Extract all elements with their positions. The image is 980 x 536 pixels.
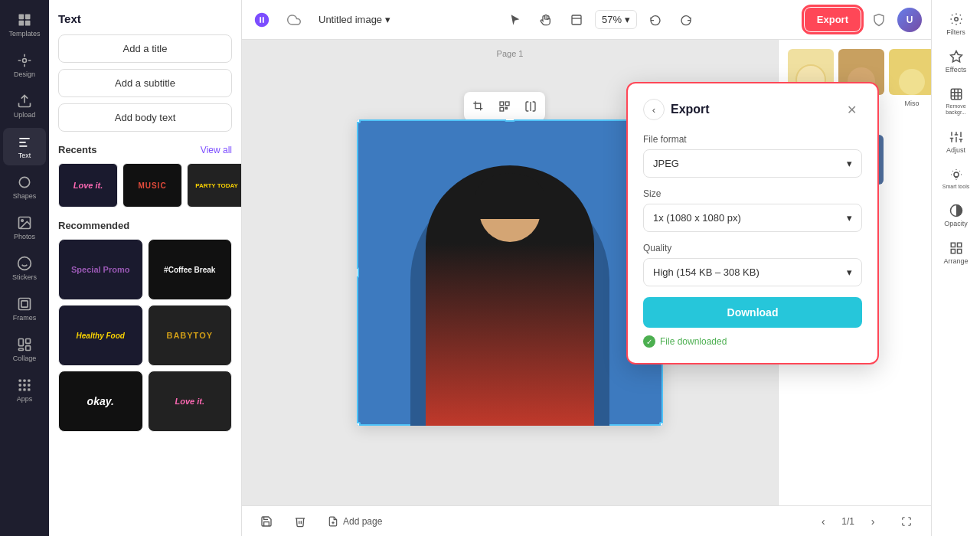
- text-item-healthy-food[interactable]: Healthy Food: [58, 305, 143, 366]
- size-value: 1x (1080 x 1080 px): [653, 212, 741, 224]
- photo-col-2: Miso: [889, 49, 931, 109]
- sidebar-item-text[interactable]: Text: [3, 128, 46, 165]
- flip-button[interactable]: [519, 95, 542, 118]
- fullscreen-button[interactable]: [894, 509, 919, 534]
- text-item-babytoy[interactable]: BABYTOY: [148, 305, 233, 366]
- quality-select[interactable]: High (154 KB – 308 KB) ▾: [643, 258, 862, 286]
- undo-button[interactable]: [643, 8, 668, 32]
- recent-item-1[interactable]: MUSIC: [122, 163, 182, 208]
- handle-tl[interactable]: [357, 119, 361, 123]
- handle-ml[interactable]: [357, 267, 359, 278]
- remove-bg-button[interactable]: Remove backgr...: [935, 81, 978, 123]
- select-tool-button[interactable]: [503, 8, 528, 32]
- delete-page-button[interactable]: [288, 509, 312, 534]
- sidebar-item-photos[interactable]: Photos: [3, 209, 46, 247]
- layout-tool-button[interactable]: [564, 8, 589, 32]
- handle-tm[interactable]: [505, 119, 515, 122]
- download-button[interactable]: Download: [643, 297, 862, 328]
- save-page-button[interactable]: [254, 509, 279, 534]
- shield-icon[interactable]: [867, 8, 891, 32]
- page-counter: 1/1: [841, 516, 854, 527]
- cloud-icon[interactable]: [282, 8, 306, 32]
- add-page-button[interactable]: Add page: [322, 513, 388, 530]
- zoom-value: 57%: [602, 14, 622, 25]
- doc-title[interactable]: Untitled image ▾: [312, 11, 397, 28]
- export-button[interactable]: Export: [805, 8, 861, 31]
- recents-section: Recents View all: [49, 135, 241, 160]
- recent-item-2[interactable]: PARTY TODAY: [187, 163, 241, 208]
- bottom-toolbar: Add page ‹ 1/1 ›: [242, 505, 931, 536]
- qr-button[interactable]: [493, 95, 516, 118]
- svg-rect-13: [26, 339, 31, 344]
- arrange-button[interactable]: Arrange: [935, 235, 978, 271]
- right-sidebar: Filters Effects Remove backgr... Adjust …: [931, 0, 980, 536]
- size-chevron-icon: ▾: [847, 212, 852, 224]
- effects-button[interactable]: Effects: [935, 44, 978, 80]
- svg-rect-25: [572, 15, 581, 25]
- recent-item-0[interactable]: Love it.: [58, 163, 118, 208]
- panel-title: Text: [49, 0, 241, 31]
- frames-label: Frames: [13, 314, 37, 322]
- effects-label: Effects: [946, 66, 966, 74]
- canvas-person: [426, 165, 594, 426]
- sidebar-item-apps[interactable]: Apps: [3, 371, 46, 409]
- view-all-link[interactable]: View all: [201, 145, 232, 155]
- remove-bg-label: Remove backgr...: [938, 103, 975, 116]
- text-item-love-it[interactable]: Love it.: [148, 371, 233, 432]
- svg-rect-17: [23, 380, 25, 382]
- collage-label: Collage: [13, 355, 37, 362]
- file-format-value: JPEG: [653, 158, 679, 169]
- sidebar-item-collage[interactable]: Collage: [3, 331, 46, 368]
- design-label: Design: [14, 70, 35, 78]
- filters-button[interactable]: Filters: [935, 6, 978, 42]
- hand-tool-button[interactable]: [534, 8, 558, 32]
- redo-button[interactable]: [674, 8, 698, 32]
- person-hair: [475, 173, 544, 219]
- canvas[interactable]: ↻: [357, 119, 663, 426]
- zoom-chevron-icon: ▾: [625, 14, 630, 25]
- file-format-chevron-icon: ▾: [847, 158, 852, 169]
- sidebar-item-frames[interactable]: Frames: [3, 290, 46, 328]
- next-page-button[interactable]: ›: [861, 509, 885, 534]
- sidebar-item-stickers[interactable]: Stickers: [3, 250, 46, 287]
- app-logo[interactable]: [251, 9, 273, 31]
- svg-rect-21: [28, 384, 30, 386]
- svg-rect-22: [19, 388, 21, 391]
- text-item-coffee-break[interactable]: #Coffee Break: [148, 239, 233, 300]
- svg-rect-27: [500, 102, 504, 106]
- user-avatar[interactable]: U: [897, 8, 922, 32]
- svg-rect-1: [25, 15, 31, 20]
- file-format-select[interactable]: JPEG ▾: [643, 149, 862, 178]
- add-body-button[interactable]: Add body text: [58, 103, 232, 132]
- add-subtitle-button[interactable]: Add a subtitle: [58, 69, 232, 97]
- doc-title-text: Untitled image: [318, 14, 382, 25]
- svg-point-4: [23, 59, 27, 63]
- svg-rect-28: [505, 102, 509, 106]
- crop-button[interactable]: [467, 95, 490, 118]
- size-select[interactable]: 1x (1080 x 1080 px) ▾: [643, 204, 862, 232]
- sidebar-item-templates[interactable]: Templates: [3, 6, 46, 44]
- zoom-control[interactable]: 57% ▾: [595, 10, 637, 29]
- main-area: Untitled image ▾ 57% ▾ Export U: [242, 0, 931, 536]
- add-title-button[interactable]: Add a title: [58, 34, 232, 63]
- handle-br[interactable]: [659, 422, 663, 426]
- text-label: Text: [18, 152, 31, 159]
- sidebar-item-design[interactable]: Design: [3, 47, 46, 84]
- top-toolbar: Untitled image ▾ 57% ▾ Export U: [242, 0, 931, 40]
- arrange-label: Arrange: [943, 257, 968, 265]
- back-button[interactable]: ‹: [643, 99, 665, 120]
- handle-bl[interactable]: [357, 422, 361, 426]
- sidebar-item-upload[interactable]: Upload: [3, 87, 46, 125]
- text-item-special-promo[interactable]: Special Promo: [58, 239, 143, 300]
- svg-rect-12: [19, 339, 24, 346]
- close-panel-button[interactable]: ✕: [841, 99, 862, 120]
- sidebar-item-shapes[interactable]: Shapes: [3, 168, 46, 206]
- text-item-okay[interactable]: okay.: [58, 371, 143, 432]
- text-panel: Text Add a title Add a subtitle Add body…: [49, 0, 242, 536]
- adjust-button[interactable]: Adjust: [935, 124, 978, 160]
- smart-tools-button[interactable]: Smart tools: [935, 162, 978, 196]
- svg-rect-15: [19, 348, 24, 351]
- opacity-button[interactable]: Opacity: [935, 198, 978, 234]
- photo-item-miso[interactable]: [889, 49, 931, 95]
- prev-page-button[interactable]: ‹: [811, 509, 835, 534]
